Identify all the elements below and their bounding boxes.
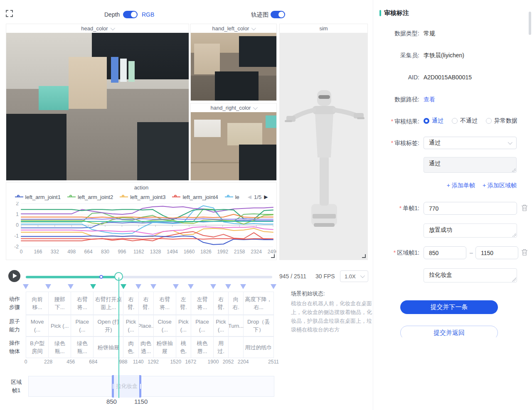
head-camera-image [6,33,189,180]
frame-marker[interactable] [173,284,179,289]
frame-marker[interactable] [45,284,51,289]
required-asterisk: * [391,118,393,125]
region-frame-label: *区域帧1: [373,249,419,257]
frame-marker[interactable] [240,284,246,289]
object-cell [229,337,244,358]
frame-marker[interactable] [188,284,194,289]
result-radio-option[interactable]: 异常数据 [486,117,517,125]
legend-label: left_arm_joint1 [25,194,61,200]
playback-speed-select[interactable]: 1.0X [340,270,368,282]
legend-item[interactable]: left_arm_joint1 [15,194,61,200]
tag-note-textarea[interactable]: 通过 [424,157,517,173]
add-single-frame-link[interactable]: + 添加单帧 [447,182,475,189]
frame-marker[interactable] [210,284,216,289]
resize-grip-icon[interactable] [512,233,516,237]
submit-next-button[interactable]: 提交并下一条 [400,300,498,314]
region-start-value: 850 [429,250,438,256]
resize-grip-icon[interactable] [512,277,516,282]
step-cell: 左臂. [176,292,191,315]
legend-item[interactable]: left_arm_joint4 [172,194,218,200]
timeline-tick-label: 228 [44,359,52,365]
legend-item[interactable]: left_arm_joint2 [67,194,113,200]
fullscreen-icon[interactable] [6,10,13,17]
result-radio-option[interactable]: 通过 [424,117,443,125]
delete-region-frame-icon[interactable] [521,249,528,256]
review-panel: 审核标注 数据类型: 常规 采集员: 李轶晨(liyichen) AID: A2… [373,0,532,410]
frame-marker[interactable] [225,284,231,289]
review-tag-select[interactable]: 通过 [424,137,517,149]
single-frame-value: 770 [429,205,438,212]
frame-position-text: 945 / 2511 [279,273,306,280]
submit-return-button[interactable]: 提交并返回 [400,326,498,337]
hand-left-camera-select[interactable]: hand_left_color [191,24,276,33]
radio-label: 不通过 [460,117,478,125]
ability-cell: Drop（丢下） [244,315,274,336]
data-path-view-link[interactable]: 查看 [424,96,435,103]
single-frame-label: *单帧1: [373,205,419,212]
timeline-tick-label: 1520 [170,359,181,365]
frame-marker[interactable] [90,284,96,289]
ability-cell: Place.. [139,315,154,336]
svg-text:-1: -1 [14,233,19,239]
header-accent-bar [379,10,381,16]
resize-handle-icon[interactable] [362,254,366,258]
svg-text:1: 1 [16,211,19,217]
legend-label: le [235,194,239,200]
hand-right-camera-select[interactable]: hand_right_color [191,103,276,112]
depth-rgb-toggle[interactable] [123,11,138,18]
scrollbar-thumb[interactable] [529,12,531,35]
legend-prev-icon[interactable]: ◀ [248,194,251,200]
timeline-tick-label: 456 [66,359,75,365]
frame-marker[interactable] [68,284,74,289]
required-asterisk: * [394,249,396,256]
action-chart-panel: action left_arm_joint1 left_arm_joint2 l… [6,182,277,260]
ability-cell: Move (... [26,315,49,336]
object-cell: 粉饼抽屉 [154,337,176,358]
ability-cell: Turn... [229,315,244,336]
timeline-tick-label: 2204 [238,359,249,365]
frame-marker[interactable] [23,284,29,289]
ability-cell: Place (... [191,315,214,336]
review-panel-scroll: 审核标注 数据类型: 常规 采集员: 李轶晨(liyichen) AID: A2… [373,0,532,337]
steps-row: 向前移...腰部下...右臂将...右臂打开桌面上...右臂.右臂.右臂将...… [26,292,274,315]
delete-single-frame-icon[interactable] [521,204,528,211]
region-frame-segment[interactable]: 拉化妆盒 [112,375,141,398]
region-track[interactable]: 拉化妆盒 [28,376,274,397]
single-frame-input[interactable]: 770 [424,202,517,215]
region-end-value: 1150 [481,250,493,256]
legend-item[interactable]: le [225,194,239,200]
play-button[interactable] [8,270,20,282]
step-cell: 右臂. [124,292,139,315]
row-label-steps: 动作步骤 [8,295,21,312]
legend-marker [67,195,76,199]
frame-marker[interactable] [271,284,276,289]
add-frame-links: + 添加单帧 + 添加区域帧 [373,182,517,189]
playback-slider[interactable] [26,276,272,278]
head-camera-select[interactable]: head_color [6,24,189,33]
region-start-input[interactable]: 850 [424,246,466,259]
object-cell: 桃色唇... [191,337,214,358]
svg-text:1826: 1826 [200,249,212,255]
ability-cell: Place (... [71,315,94,336]
legend-page-text: 1/5 [254,194,261,200]
frame-marker[interactable] [135,284,141,289]
object-cell: B户型房间 [26,337,49,358]
tag-select-value: 通过 [429,139,441,147]
result-radio-option[interactable]: 不通过 [452,117,478,125]
frame-marker[interactable] [121,284,126,289]
svg-text:332: 332 [51,249,59,255]
step-cell: 向右. [229,292,244,315]
single-frame-note-textarea[interactable]: 放置成功 [424,223,517,238]
depth-label: Depth [104,11,120,18]
region-note-textarea[interactable]: 拉化妆盒 [424,268,517,282]
legend-next-icon[interactable]: ▶ [264,194,268,200]
legend-item[interactable]: left_arm_joint3 [120,194,165,200]
resize-grip-icon[interactable] [512,168,516,172]
trajectory-toggle[interactable] [271,11,285,18]
resize-handle-icon[interactable] [271,254,275,258]
step-cell: 向前移... [26,292,49,315]
region-end-input[interactable]: 1150 [475,246,518,259]
legend-marker [15,195,23,199]
add-region-frame-link[interactable]: + 添加区域帧 [483,182,517,189]
frame-marker[interactable] [150,284,156,289]
